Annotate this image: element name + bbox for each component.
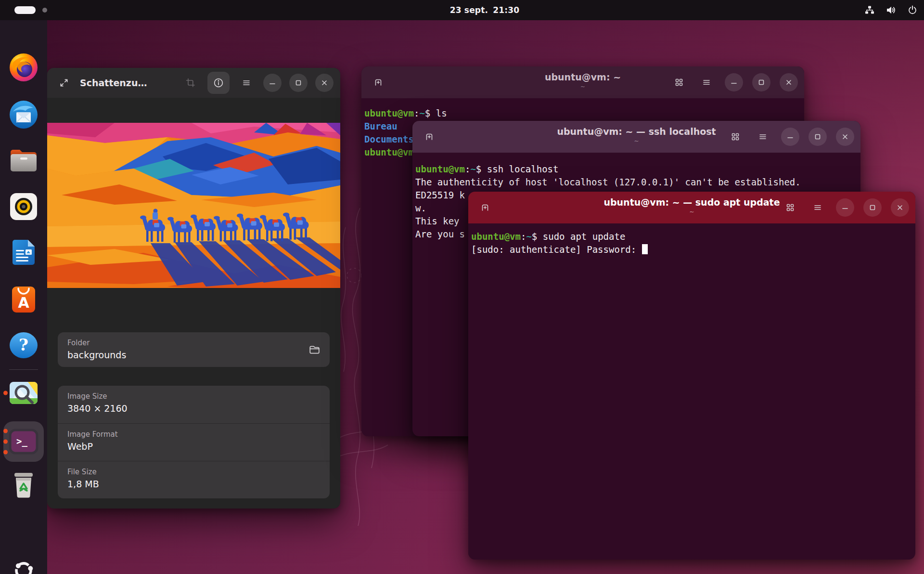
tab-overview-icon[interactable] — [726, 128, 744, 146]
terminal-icon: >_ — [9, 429, 38, 455]
dock-item-trash[interactable] — [10, 471, 37, 499]
fullscreen-button[interactable] — [55, 74, 73, 92]
crop-icon[interactable] — [181, 74, 200, 92]
dock-item-firefox[interactable] — [8, 52, 39, 83]
tab-overview-icon[interactable] — [781, 198, 799, 217]
svg-text:A: A — [18, 294, 29, 311]
dock-item-thunderbird[interactable] — [8, 99, 39, 130]
network-wired-icon — [865, 5, 874, 15]
property-row-image-size: Image Size 3840 × 2160 — [58, 386, 330, 423]
close-button[interactable] — [891, 198, 909, 217]
terminal-line: ubuntu@vm:~$ sudo apt update — [471, 230, 912, 243]
clock-time: 21:30 — [493, 5, 519, 15]
dock-item-app-center[interactable]: A — [10, 284, 37, 313]
minimize-button[interactable] — [781, 128, 799, 146]
maximize-button[interactable] — [808, 128, 827, 146]
rhythmbox-icon — [9, 192, 38, 221]
dock-separator — [9, 369, 38, 370]
trash-icon — [10, 471, 37, 499]
new-tab-icon[interactable] — [369, 73, 387, 91]
files-icon — [9, 147, 38, 173]
terminal1-headerbar: ubuntu@vm: ~ ~ — [361, 66, 804, 98]
image-viewer-title: Schattenzu… — [80, 78, 147, 88]
terminal-line: ubuntu@vm:~$ ssh localhost — [415, 163, 858, 176]
power-icon — [908, 5, 917, 15]
minimize-button[interactable] — [836, 198, 854, 217]
terminal-line: [sudo: authenticate] Password: — [471, 243, 912, 256]
maximize-button[interactable] — [752, 73, 770, 91]
terminal-window-indicator-1 — [3, 429, 8, 433]
image-viewer-window: Schattenzu… — [47, 68, 340, 509]
dock-item-files[interactable] — [9, 147, 38, 173]
property-details-card: Image Size 3840 × 2160 Image Format WebP… — [58, 386, 330, 498]
system-status-menu[interactable] — [865, 0, 917, 20]
volume-icon — [886, 5, 896, 15]
terminal-window-indicator-2 — [3, 440, 8, 444]
menu-button[interactable] — [754, 128, 772, 146]
image-viewer-headerbar: Schattenzu… — [47, 68, 340, 98]
terminal3-screen[interactable]: ubuntu@vm:~$ sudo apt update[sudo: authe… — [468, 223, 915, 265]
tab-overview-icon[interactable] — [670, 73, 688, 91]
minimize-button[interactable] — [725, 73, 743, 91]
dock: A ? — [0, 20, 47, 574]
workspace-indicator-active[interactable] — [14, 6, 36, 14]
clock-date: 23 sept. — [450, 5, 488, 15]
image-properties-toggle-button[interactable] — [207, 72, 230, 94]
terminal-cursor — [642, 244, 648, 254]
terminal3-title: ubuntu@vm: ~ — sudo apt update ~ — [603, 197, 780, 215]
close-button[interactable] — [780, 73, 798, 91]
image-viewer-icon — [9, 381, 38, 405]
maximize-button[interactable] — [863, 198, 882, 217]
terminal2-headerbar: ubuntu@vm: ~ — ssh localhost ~ — [412, 121, 860, 153]
thunderbird-icon — [8, 99, 39, 130]
menu-button[interactable] — [237, 74, 256, 92]
property-folder-card: Folder backgrounds — [58, 332, 330, 367]
svg-text:?: ? — [19, 335, 28, 354]
new-tab-icon[interactable] — [476, 198, 494, 217]
property-row-image-format: Image Format WebP — [58, 423, 330, 461]
folder-value: backgrounds — [67, 349, 126, 361]
terminal2-title: ubuntu@vm: ~ — ssh localhost ~ — [557, 126, 716, 144]
terminal3-headerbar: ubuntu@vm: ~ — sudo apt update ~ — [468, 192, 915, 223]
terminal1-title: ubuntu@vm: ~ ~ — [545, 72, 621, 90]
image-viewer-running-indicator — [3, 391, 8, 395]
libreoffice-icon — [10, 238, 38, 266]
svg-text:>_: >_ — [16, 436, 27, 447]
minimize-button[interactable] — [263, 74, 282, 92]
help-icon: ? — [9, 330, 38, 360]
folder-label: Folder — [67, 338, 126, 348]
close-button[interactable] — [315, 74, 334, 92]
dock-item-show-apps[interactable] — [11, 558, 37, 574]
app-center-icon: A — [10, 284, 37, 313]
terminal-line: The authenticity of host 'localhost (127… — [415, 176, 858, 189]
open-folder-icon[interactable] — [308, 344, 320, 355]
clock-menu[interactable]: 23 sept. 21:30 — [450, 0, 520, 20]
wallpaper-image-preview — [47, 123, 340, 288]
property-row-file-size: File Size 1,8 MB — [58, 461, 330, 498]
workspace-indicator-inactive[interactable] — [42, 8, 47, 13]
firefox-icon — [8, 52, 39, 83]
menu-button[interactable] — [697, 73, 716, 91]
terminal-window-indicator-3 — [3, 450, 8, 455]
terminal-window-sudo: ubuntu@vm: ~ — sudo apt update ~ — [468, 192, 915, 560]
terminal-line: ubuntu@vm:~$ ls — [364, 107, 801, 120]
ubuntu-logo-icon — [11, 558, 37, 574]
top-bar: 23 sept. 21:30 — [0, 0, 924, 20]
dock-item-libreoffice[interactable] — [10, 238, 38, 266]
close-button[interactable] — [836, 128, 854, 146]
dock-item-terminal[interactable]: >_ — [9, 429, 38, 455]
dock-item-image-viewer[interactable] — [9, 381, 38, 405]
menu-button[interactable] — [808, 198, 827, 217]
maximize-button[interactable] — [289, 74, 308, 92]
new-tab-icon[interactable] — [420, 128, 438, 146]
dock-item-help[interactable]: ? — [9, 330, 38, 360]
dock-item-rhythmbox[interactable] — [9, 192, 38, 221]
